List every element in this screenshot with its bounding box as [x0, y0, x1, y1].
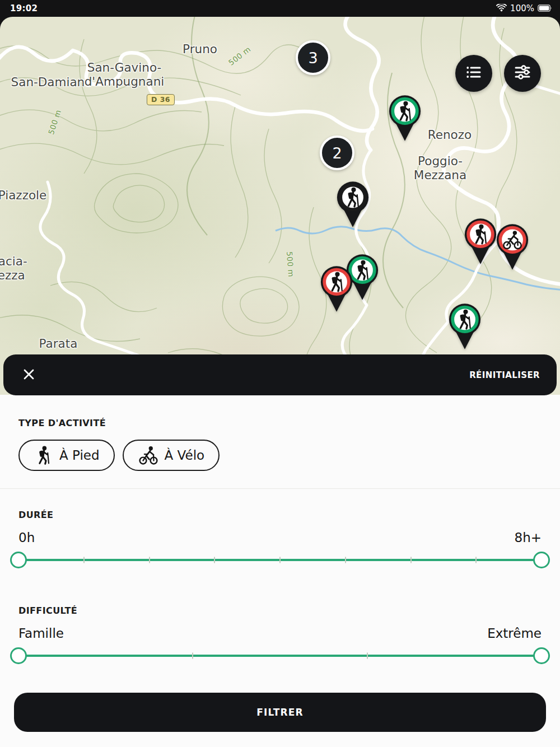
map-pin-hiker[interactable] — [319, 265, 354, 312]
status-time: 19:02 — [10, 3, 38, 13]
map-background: San-DamianoSan-Gavino-d'AmpugnaniPrunoRe… — [0, 17, 560, 398]
close-filter-button[interactable] — [20, 366, 38, 385]
duration-min-label: 0h — [18, 530, 35, 545]
activity-velo-label: À Vélo — [165, 448, 205, 463]
slider-tick — [214, 557, 215, 563]
map-pin-cyclist[interactable] — [495, 223, 530, 270]
close-icon — [22, 368, 35, 382]
difficulty-min-handle[interactable] — [10, 647, 27, 664]
duration-min-handle[interactable] — [10, 552, 27, 568]
list-view-button[interactable] — [455, 55, 492, 92]
duration-section-title: DURÉE — [18, 489, 542, 520]
slider-tick — [410, 557, 412, 563]
reset-filters-button[interactable]: RÉINITIALISER — [469, 370, 540, 380]
difficulty-slider[interactable] — [18, 647, 542, 664]
apply-filter-button[interactable]: FILTRER — [14, 693, 546, 732]
map-cluster-marker[interactable]: 3 — [296, 40, 330, 75]
slider-tick — [475, 557, 477, 563]
hiker-icon — [34, 445, 54, 465]
battery-icon — [538, 3, 552, 14]
slider-tick — [149, 557, 150, 563]
difficulty-max-label: Extrême — [487, 626, 542, 641]
map-pin-hiker[interactable] — [388, 95, 422, 142]
cluster-count: 2 — [332, 144, 342, 162]
map-pin-hiker[interactable] — [335, 181, 370, 228]
difficulty-slider-track — [18, 655, 542, 657]
sliders-icon — [512, 62, 533, 85]
activity-pied-label: À Pied — [59, 448, 100, 463]
status-bar: 19:02 100% — [0, 0, 560, 17]
map-pin-hiker[interactable] — [463, 218, 498, 265]
difficulty-section-title: DIFFICULTÉ — [18, 568, 542, 616]
difficulty-max-handle[interactable] — [533, 647, 550, 664]
activity-velo-button[interactable]: À Vélo — [123, 440, 220, 471]
slider-tick — [83, 557, 85, 563]
activity-pied-button[interactable]: À Pied — [18, 440, 115, 471]
map-canvas[interactable]: San-DamianoSan-Gavino-d'AmpugnaniPrunoRe… — [0, 17, 560, 398]
map-pin-hiker[interactable] — [447, 303, 482, 350]
cyclist-icon — [138, 445, 159, 466]
slider-tick — [345, 557, 346, 563]
battery-percent: 100% — [510, 3, 534, 13]
slider-tick — [192, 653, 193, 659]
filter-sheet: TYPE D'ACTIVITÉ À Pied À Vélo DURÉE 0h 8… — [0, 395, 560, 747]
filters-button[interactable] — [504, 55, 541, 92]
cluster-count: 3 — [308, 49, 318, 67]
duration-max-label: 8h+ — [515, 530, 542, 545]
filter-sheet-header: RÉINITIALISER — [3, 354, 557, 395]
activity-section-title: TYPE D'ACTIVITÉ — [18, 395, 542, 428]
duration-slider-track — [18, 559, 542, 561]
slider-tick — [279, 557, 281, 563]
duration-slider[interactable] — [18, 552, 542, 568]
difficulty-min-label: Famille — [18, 626, 64, 641]
slider-tick — [367, 653, 368, 659]
map-cluster-marker[interactable]: 2 — [320, 136, 354, 170]
wifi-icon — [496, 3, 507, 14]
list-icon — [464, 62, 484, 85]
duration-max-handle[interactable] — [533, 552, 550, 568]
